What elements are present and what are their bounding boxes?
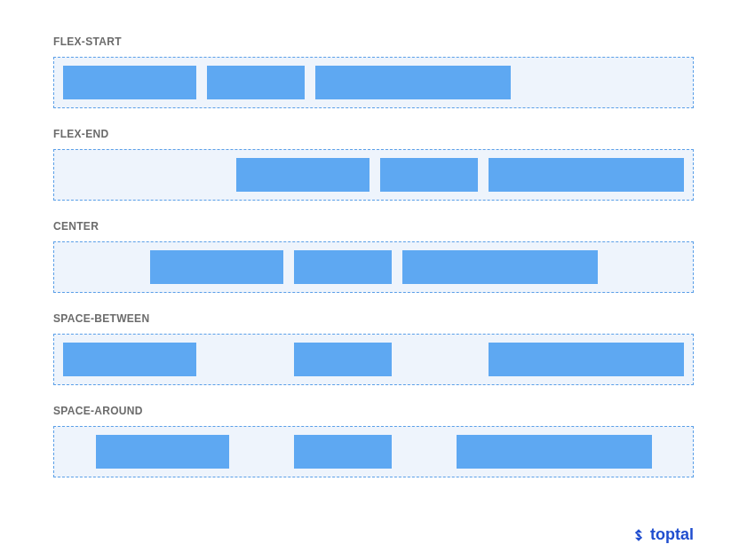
space-around-section: SPACE-AROUND xyxy=(53,405,694,477)
flex-box xyxy=(294,250,392,284)
flex-box xyxy=(236,158,370,192)
flex-end-label: FLEX-END xyxy=(53,128,694,140)
flex-box xyxy=(294,435,392,469)
flex-box xyxy=(489,343,684,376)
flex-end-container xyxy=(53,149,694,201)
flex-box xyxy=(315,66,511,99)
brand-icon xyxy=(632,528,646,542)
flex-start-section: FLEX-START xyxy=(53,35,694,108)
center-label: CENTER xyxy=(53,220,694,233)
flex-end-section: FLEX-END xyxy=(53,128,694,201)
flex-box xyxy=(96,435,229,469)
flex-box xyxy=(489,158,684,192)
flex-box xyxy=(63,66,196,99)
center-section: CENTER xyxy=(53,220,694,293)
flex-box xyxy=(294,343,392,376)
flex-box xyxy=(380,158,478,192)
flex-box xyxy=(63,343,196,376)
flex-start-container xyxy=(53,57,694,108)
flex-box xyxy=(457,435,652,469)
flex-box xyxy=(402,250,598,284)
space-around-label: SPACE-AROUND xyxy=(53,405,694,417)
space-around-container xyxy=(53,426,694,477)
flex-box xyxy=(207,66,305,99)
space-between-label: SPACE-BETWEEN xyxy=(53,312,694,325)
brand-name: toptal xyxy=(650,525,694,544)
center-container xyxy=(53,241,694,293)
brand-logo: toptal xyxy=(632,525,694,544)
space-between-section: SPACE-BETWEEN xyxy=(53,312,694,385)
flex-box xyxy=(150,250,283,284)
flex-start-label: FLEX-START xyxy=(53,35,694,48)
space-between-container xyxy=(53,334,694,385)
